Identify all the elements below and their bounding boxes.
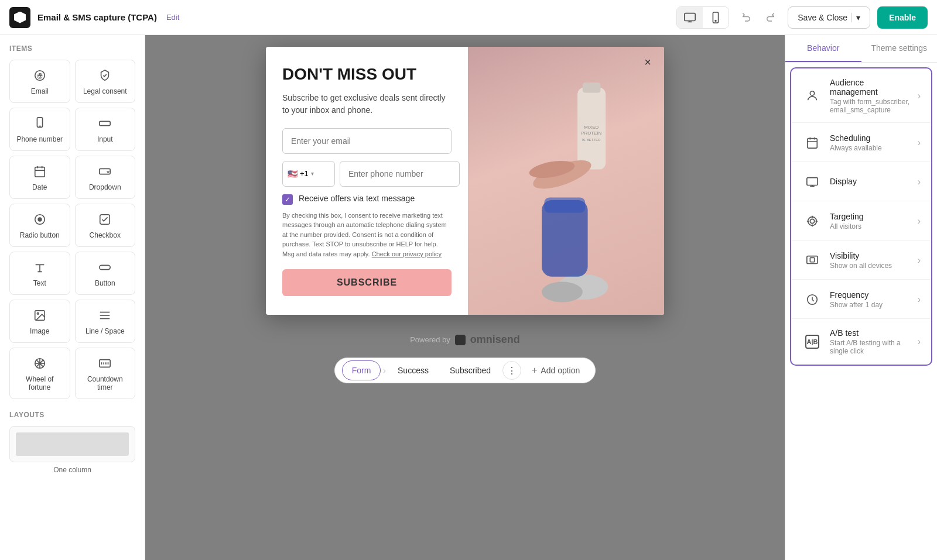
item-input[interactable]: Input [75,108,136,151]
item-legal-consent[interactable]: Legal consent [75,60,136,103]
omnisend-logo-icon [455,335,466,345]
targeting-content: Targeting All visitors [830,212,911,231]
form-step-tabs: Form › Success Subscribed ⋮ + Add option [334,358,596,383]
sms-checkbox[interactable]: ✓ [282,194,293,205]
behavior-item-ab-test[interactable]: A|B A/B test Start A/B testing with a si… [791,319,931,365]
ab-test-content: A/B test Start A/B testing with a single… [830,328,911,355]
svg-rect-8 [35,167,45,177]
tab-behavior[interactable]: Behavior [785,35,861,62]
redo-button[interactable] [760,7,781,28]
audience-content: Audience management Tag with form_subscr… [830,78,911,114]
one-column-layout[interactable] [9,426,135,462]
frequency-icon [802,289,823,310]
checkbox-label: Checkbox [90,231,121,239]
visibility-icon [802,250,823,271]
visibility-content: Visibility Show on all devices [830,251,911,270]
legal-consent-label: Legal consent [83,87,127,95]
canvas: × DON'T MISS OUT Subscribe to get exclus… [145,35,785,560]
ab-test-arrow-icon: › [918,336,921,347]
country-flag: 🇺🇸 [288,169,297,178]
behavior-item-scheduling[interactable]: Scheduling Always available › [791,123,931,162]
audience-arrow-icon: › [918,91,921,101]
phone-row: 🇺🇸 +1 ▾ [282,161,452,187]
undo-button[interactable] [736,7,757,28]
date-label: Date [32,183,47,191]
desktop-view-button[interactable] [677,7,703,28]
app-logo [9,7,30,28]
item-phone-number[interactable]: Phone number [9,108,70,151]
scheduling-icon [802,132,823,153]
item-wheel-fortune[interactable]: Wheel of fortune [9,348,70,399]
enable-button[interactable]: Enable [877,6,928,29]
svg-rect-42 [544,198,585,213]
popup-headline: DON'T MISS OUT [282,66,452,84]
line-space-icon [97,307,113,324]
layouts-section: One column [9,426,135,474]
item-image[interactable]: Image [9,300,70,343]
svg-rect-33 [583,83,601,92]
subscribe-button[interactable]: SUBSCRIBE [282,269,452,296]
behavior-item-targeting[interactable]: Targeting All visitors › [791,201,931,241]
email-input[interactable] [282,128,452,154]
item-checkbox[interactable]: Checkbox [75,204,136,247]
frequency-title: Frequency [830,290,911,300]
item-radio-button[interactable]: Radio button [9,204,70,247]
ab-test-badge: A|B [805,335,819,349]
popup-subtext: Subscribe to get exclusive deals sent di… [282,92,452,116]
behavior-item-audience[interactable]: Audience management Tag with form_subscr… [791,68,931,123]
item-line-space[interactable]: Line / Space [75,300,136,343]
save-close-button[interactable]: Save & Close ▾ [788,6,870,29]
powered-by-text: Powered by [410,335,450,344]
svg-point-40 [542,282,583,303]
audience-title: Audience management [830,78,911,97]
svg-point-50 [810,219,814,223]
left-sidebar: Items @ Email Legal consent Phone number [0,35,145,560]
email-icon: @ [32,67,48,84]
button-label: Button [95,279,115,287]
country-code: +1 [300,169,309,178]
phone-input[interactable] [340,161,460,187]
tab-form[interactable]: Form [342,360,381,380]
item-dropdown[interactable]: Dropdown [75,156,136,199]
svg-text:IS BETTER: IS BETTER [582,138,601,142]
item-button[interactable]: Button [75,252,136,295]
tab-more-options-button[interactable]: ⋮ [502,361,521,380]
undo-redo-group [736,7,781,28]
popup-close-button[interactable]: × [640,54,656,70]
privacy-policy-link[interactable]: Check our privacy policy [372,250,442,257]
item-text[interactable]: Text [9,252,70,295]
add-option-button[interactable]: + Add option [524,360,588,380]
behavior-item-frequency[interactable]: Frequency Show after 1 day › [791,280,931,319]
display-icon [802,171,823,193]
svg-rect-7 [100,121,110,125]
scheduling-subtitle: Always available [830,144,911,152]
country-code-selector[interactable]: 🇺🇸 +1 ▾ [282,161,335,187]
tab-subscribed[interactable]: Subscribed [440,361,500,380]
item-date[interactable]: Date [9,156,70,199]
item-email[interactable]: @ Email [9,60,70,103]
svg-rect-0 [685,13,695,20]
layout-bar [16,432,129,456]
visibility-arrow-icon: › [918,255,921,266]
item-countdown-timer[interactable]: Countdown timer [75,348,136,399]
tab-theme-settings[interactable]: Theme settings [861,35,938,62]
tab-success[interactable]: Success [388,361,438,380]
logo-icon [14,12,26,23]
edit-link[interactable]: Edit [166,13,179,22]
mobile-view-button[interactable] [703,7,729,28]
topbar: Email & SMS capture (TCPA) Edit Save & C… [0,0,937,35]
radio-button-label: Radio button [20,231,60,239]
behavior-item-display[interactable]: Display › [791,162,931,201]
behavior-item-visibility[interactable]: Visibility Show on all devices › [791,241,931,280]
phone-number-icon [32,115,48,132]
legal-consent-icon [97,67,113,84]
popup-image: MIXED PROTEIN IS BETTER [468,47,664,315]
checkbox-icon [97,211,113,228]
scheduling-title: Scheduling [830,133,911,143]
svg-text:@: @ [37,73,43,79]
countdown-timer-label: Countdown timer [80,375,131,391]
targeting-subtitle: All visitors [830,222,911,231]
radio-button-icon [32,211,48,228]
svg-point-49 [808,217,817,226]
svg-point-43 [810,91,814,95]
